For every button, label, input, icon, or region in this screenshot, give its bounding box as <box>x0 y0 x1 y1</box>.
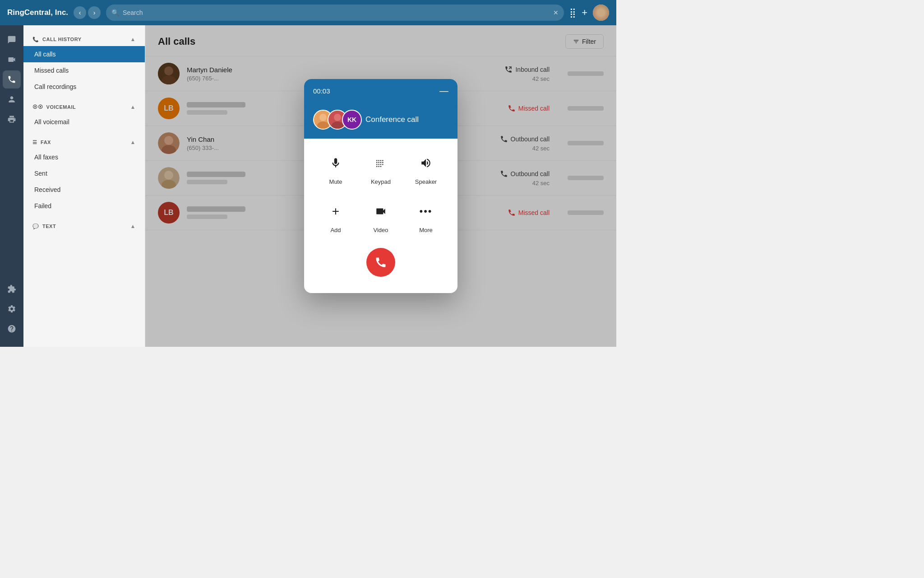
speaker-icon <box>414 151 438 175</box>
main-layout: 📞 CALL HISTORY ▲ All calls Missed calls … <box>0 25 616 347</box>
text-section-label: 💬 TEXT <box>32 224 56 229</box>
svg-point-12 <box>319 114 327 121</box>
more-icon: ••• <box>414 200 438 223</box>
video-icon <box>369 200 393 223</box>
voicemail-chevron: ▲ <box>130 104 136 110</box>
sidebar-icon-contacts[interactable] <box>3 90 21 108</box>
nav-item-all-faxes[interactable]: All faxes <box>23 149 145 165</box>
nav-forward-button[interactable]: › <box>88 6 101 19</box>
mute-label: Mute <box>329 178 342 185</box>
nav-buttons: ‹ › <box>74 6 101 19</box>
search-bar: 🔍 ✕ <box>106 5 564 21</box>
participant-avatar-3: KK <box>342 110 362 130</box>
sidebar-icon-help[interactable] <box>3 320 21 338</box>
nav-item-missed-calls[interactable]: Missed calls <box>23 62 145 79</box>
call-timer: 00:03 <box>313 87 330 95</box>
end-call-button[interactable] <box>366 248 395 277</box>
topbar-right: ⣿ + <box>569 5 609 21</box>
icon-sidebar-top <box>3 31 21 278</box>
search-input[interactable] <box>123 9 550 16</box>
text-chevron: ▲ <box>130 223 136 229</box>
modal-overlay: 00:03 — KK <box>145 25 616 347</box>
add-icon: + <box>324 200 347 223</box>
keypad-button[interactable]: Keypad <box>369 151 393 185</box>
video-button[interactable]: Video <box>369 200 393 233</box>
call-history-section[interactable]: 📞 CALL HISTORY ▲ <box>23 33 145 46</box>
video-label: Video <box>373 227 388 233</box>
keypad-label: Keypad <box>371 178 391 185</box>
search-clear-button[interactable]: ✕ <box>553 9 559 16</box>
keypad-icon <box>369 151 393 175</box>
nav-item-sent[interactable]: Sent <box>23 165 145 182</box>
app-title: RingCentral, Inc. <box>7 8 68 17</box>
add-label: Add <box>330 227 341 233</box>
icon-sidebar-bottom <box>3 280 21 341</box>
voicemail-section[interactable]: ⦿⦿ VOICEMAIL ▲ <box>23 100 145 114</box>
participant-avatars: KK <box>313 110 362 130</box>
svg-point-15 <box>334 114 341 121</box>
fax-section-label: ☰ FAX <box>32 140 51 145</box>
search-icon: 🔍 <box>111 9 119 16</box>
icon-sidebar <box>0 25 23 347</box>
add-button[interactable]: + Add <box>324 200 347 233</box>
speaker-button[interactable]: Speaker <box>414 151 438 185</box>
main-content: All calls Filter Martyn Daniele (650) 76… <box>145 25 616 347</box>
nav-item-all-calls[interactable]: All calls <box>23 46 145 62</box>
call-modal-header: 00:03 — <box>304 79 457 103</box>
left-nav: 📞 CALL HISTORY ▲ All calls Missed calls … <box>23 25 145 347</box>
topbar: RingCentral, Inc. ‹ › 🔍 ✕ ⣿ + <box>0 0 616 25</box>
end-call-area <box>313 248 448 280</box>
voicemail-section-label: ⦿⦿ VOICEMAIL <box>32 104 76 110</box>
sidebar-icon-video[interactable] <box>3 51 21 69</box>
call-modal: 00:03 — KK <box>304 79 457 293</box>
fax-chevron: ▲ <box>130 139 136 145</box>
sidebar-icon-extensions[interactable] <box>3 280 21 298</box>
participants-bar: KK Conference call <box>304 103 457 139</box>
more-label: More <box>419 227 433 233</box>
sidebar-icon-fax[interactable] <box>3 110 21 128</box>
fax-section[interactable]: ☰ FAX ▲ <box>23 135 145 149</box>
nav-item-call-recordings[interactable]: Call recordings <box>23 79 145 95</box>
conference-call-label: Conference call <box>365 115 419 124</box>
add-button[interactable]: + <box>582 7 587 19</box>
minimize-button[interactable]: — <box>439 86 448 95</box>
speaker-label: Speaker <box>415 178 437 185</box>
sidebar-icon-phone[interactable] <box>3 70 21 89</box>
call-controls-row-2: + Add Video ••• More <box>313 200 448 233</box>
nav-item-all-voicemail[interactable]: All voicemail <box>23 114 145 130</box>
avatar[interactable] <box>593 5 609 21</box>
call-history-chevron: ▲ <box>130 36 136 42</box>
text-section[interactable]: 💬 TEXT ▲ <box>23 219 145 233</box>
sidebar-icon-settings[interactable] <box>3 300 21 318</box>
call-controls-row-1: Mute Keypad Speaker <box>313 151 448 185</box>
more-button[interactable]: ••• More <box>414 200 438 233</box>
nav-item-received[interactable]: Received <box>23 182 145 198</box>
mute-button[interactable]: Mute <box>324 151 347 185</box>
nav-item-failed[interactable]: Failed <box>23 198 145 214</box>
call-history-section-label: 📞 CALL HISTORY <box>32 37 82 42</box>
call-modal-body: Mute Keypad Speaker <box>304 139 457 293</box>
grid-icon-button[interactable]: ⣿ <box>569 7 576 18</box>
sidebar-icon-chat[interactable] <box>3 31 21 49</box>
mute-icon <box>324 151 347 175</box>
nav-back-button[interactable]: ‹ <box>74 6 86 19</box>
